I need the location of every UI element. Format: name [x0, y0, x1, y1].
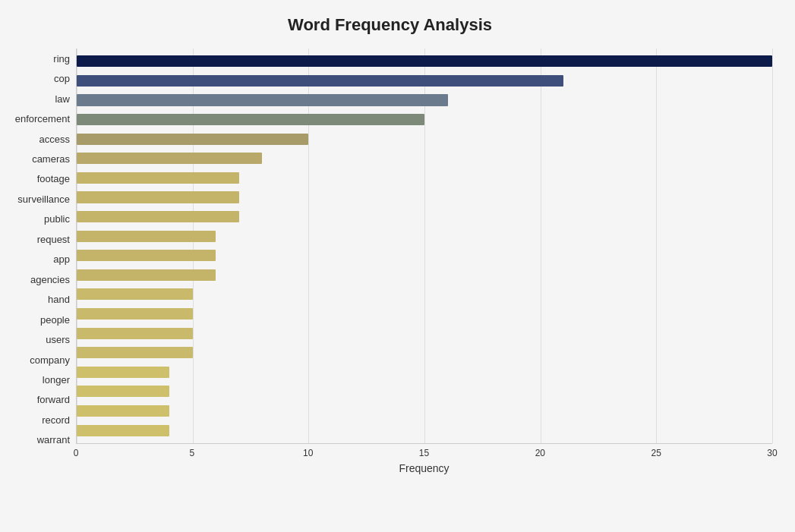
bar — [77, 288, 193, 300]
bar-row — [77, 90, 772, 110]
bar-row — [77, 168, 772, 188]
bar-row — [77, 323, 772, 343]
bars-wrapper — [77, 49, 772, 443]
bar — [77, 347, 193, 358]
x-axis-title: Frequency — [76, 462, 772, 474]
x-tick-label: 25 — [648, 448, 664, 458]
bar-row — [77, 129, 772, 149]
bar — [77, 114, 424, 125]
bar-row — [77, 207, 772, 227]
y-label: ring — [53, 49, 70, 68]
bar — [77, 134, 308, 145]
grid-line — [772, 49, 773, 443]
y-label: warrant — [37, 430, 70, 450]
y-label: longer — [43, 370, 70, 389]
bar — [77, 269, 216, 281]
y-label: cop — [54, 68, 70, 88]
bar-row — [77, 246, 772, 266]
plot-area: 051015202530 Frequency — [76, 49, 772, 474]
bar — [77, 405, 169, 417]
bar-row — [77, 401, 772, 421]
bar — [77, 55, 772, 67]
x-tick-label: 15 — [417, 448, 432, 458]
y-label: public — [44, 209, 70, 229]
y-label: enforcement — [15, 109, 70, 128]
x-tick-label: 30 — [765, 448, 780, 458]
chart-area: ringcoplawenforcementaccesscamerasfootag… — [8, 49, 772, 474]
bar-row — [77, 304, 772, 324]
bar — [77, 94, 448, 105]
y-label: record — [42, 410, 70, 430]
bar — [77, 386, 169, 397]
chart-container: Word Frequency Analysis ringcoplawenforc… — [0, 0, 795, 532]
bar-row — [77, 343, 772, 363]
y-label: request — [37, 229, 70, 249]
bar — [77, 231, 216, 242]
bar — [77, 367, 169, 378]
y-label: people — [40, 310, 70, 329]
bar-row — [77, 52, 772, 71]
bar — [77, 328, 193, 339]
x-tick-label: 0 — [68, 448, 84, 458]
y-label: footage — [37, 169, 70, 189]
x-tick-label: 20 — [532, 448, 547, 458]
bar — [77, 308, 193, 320]
y-label: agencies — [30, 269, 70, 289]
bar-row — [77, 110, 772, 130]
y-axis-labels: ringcoplawenforcementaccesscamerasfootag… — [8, 49, 76, 474]
bars-container — [76, 49, 772, 444]
x-axis-labels: 051015202530 — [76, 444, 772, 459]
bar — [77, 191, 239, 203]
bar — [77, 425, 169, 436]
bar-row — [77, 363, 772, 382]
bar-row — [77, 187, 772, 207]
y-label: cameras — [32, 149, 70, 168]
bar — [77, 211, 239, 222]
bar-row — [77, 285, 772, 304]
x-tick-label: 10 — [301, 448, 316, 458]
y-label: hand — [48, 289, 70, 309]
y-label: surveillance — [17, 189, 70, 209]
bar — [77, 250, 216, 261]
bar — [77, 75, 563, 87]
y-label: users — [46, 329, 70, 349]
bar-row — [77, 382, 772, 401]
bar-row — [77, 226, 772, 246]
bar-row — [77, 420, 772, 440]
bar — [77, 153, 262, 164]
bar-row — [77, 71, 772, 91]
chart-title: Word Frequency Analysis — [8, 15, 772, 35]
bar-row — [77, 266, 772, 285]
y-label: company — [30, 350, 70, 370]
x-tick-label: 5 — [185, 448, 200, 458]
bar — [77, 172, 239, 184]
bar-row — [77, 149, 772, 168]
y-label: law — [55, 89, 70, 109]
y-label: app — [53, 250, 70, 269]
y-label: forward — [37, 390, 70, 410]
y-label: access — [39, 129, 70, 149]
